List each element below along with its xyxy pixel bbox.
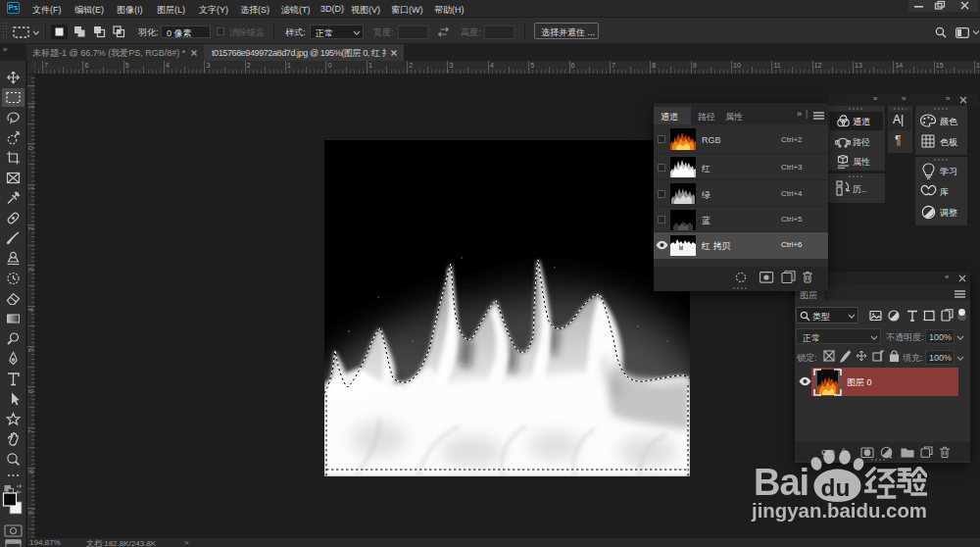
svg-text:du: du (821, 474, 851, 501)
